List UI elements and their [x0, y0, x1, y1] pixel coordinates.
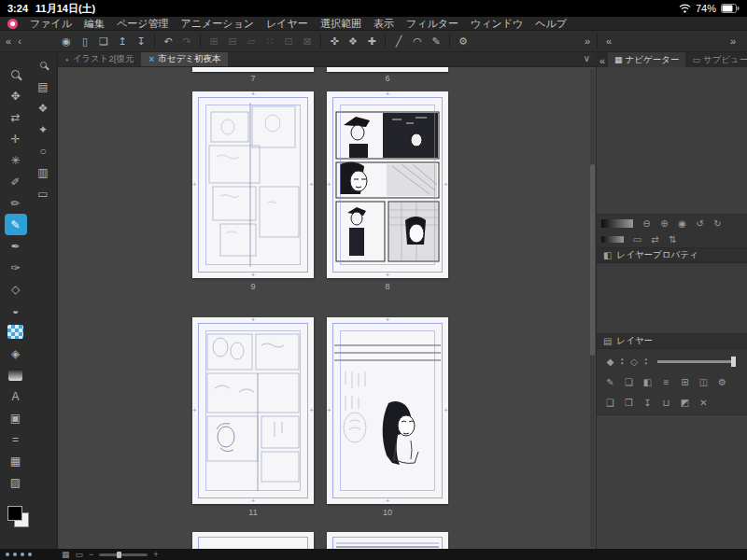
reset-zoom-icon[interactable]: ◉: [674, 217, 690, 231]
flip-vertical-icon[interactable]: ⇅: [665, 232, 681, 246]
layer-settings-icon[interactable]: ⚙: [714, 375, 730, 389]
new-layer-icon[interactable]: ❑: [602, 396, 618, 410]
close-tab-icon[interactable]: ×: [148, 54, 154, 64]
zoom-in-icon[interactable]: ⊕: [656, 217, 672, 231]
fit-screen-icon[interactable]: ▭: [629, 232, 645, 246]
tab-doujin-book[interactable]: × 市セデミ初夜本: [141, 52, 228, 66]
merge-layer-icon[interactable]: ⊔: [658, 396, 674, 410]
rotate-left-icon[interactable]: ↺: [692, 217, 708, 231]
layer-grid-icon[interactable]: ⊞: [677, 375, 693, 389]
panel-collapse-icon[interactable]: «: [603, 33, 614, 49]
fill-tool-icon[interactable]: ◈: [5, 343, 27, 364]
duplicate-layer-icon[interactable]: ❏: [621, 375, 637, 389]
crop-icon[interactable]: ⊡: [279, 33, 298, 49]
frame-border-tool-icon[interactable]: ▦: [5, 450, 27, 471]
pen-tool-icon[interactable]: ✒: [5, 235, 27, 257]
menu-view[interactable]: 表示: [374, 17, 394, 31]
tab-subview[interactable]: ▭ サブビュー: [685, 52, 747, 67]
collapse-toolbar-small-icon[interactable]: ‹: [14, 33, 25, 49]
stepper-arrows-icon[interactable]: ▴▾: [645, 357, 648, 366]
page-thumbnail-next-left[interactable]: [192, 532, 314, 549]
eyedropper-tool-icon[interactable]: ✐: [5, 171, 27, 192]
stepper-arrows-icon[interactable]: ▴▾: [621, 357, 624, 366]
zoom-tool-icon[interactable]: [5, 63, 27, 85]
page-thumbnail-9[interactable]: ++++: [192, 91, 314, 278]
mesh-icon[interactable]: ❖: [32, 97, 54, 119]
menu-edit[interactable]: 編集: [84, 17, 105, 31]
circle-icon[interactable]: ○: [32, 140, 54, 161]
tab-illustration2[interactable]: ● イラスト2[復元: [58, 52, 141, 66]
hand-tool-icon[interactable]: ✥: [5, 85, 27, 106]
gradient-tool-icon[interactable]: [5, 364, 27, 385]
rotate-right-icon[interactable]: ↻: [710, 217, 726, 231]
grid-view-icon[interactable]: ▦: [62, 551, 70, 559]
monitor-icon[interactable]: ▭: [32, 183, 54, 204]
page-thumbnail-11[interactable]: ++++: [192, 317, 314, 504]
zoom-out-icon[interactable]: ⊖: [639, 217, 655, 231]
single-view-icon[interactable]: ▭: [76, 551, 84, 559]
straight-line-icon[interactable]: ╱: [389, 33, 408, 49]
eraser-tool-icon[interactable]: ◇: [5, 278, 27, 300]
export-icon[interactable]: ↥: [113, 33, 132, 49]
page-thumbnail-7[interactable]: [192, 67, 314, 72]
page-thumbnail-6[interactable]: [327, 67, 448, 72]
dash-tool-icon[interactable]: =: [5, 428, 27, 450]
layer-list[interactable]: [597, 415, 747, 549]
flip-horizontal-icon[interactable]: ⇄: [647, 232, 663, 246]
mask-layer-icon[interactable]: ◩: [677, 396, 693, 410]
text-tool-icon[interactable]: A: [5, 385, 27, 407]
undo-icon[interactable]: ↶: [159, 33, 177, 49]
page-thumbnail-8[interactable]: ++++: [327, 91, 448, 278]
auto-select-tool-icon[interactable]: ✳: [5, 149, 27, 171]
subtool-zoom-icon[interactable]: [32, 54, 54, 76]
vertical-scrollbar[interactable]: [590, 69, 595, 547]
layer-property-header[interactable]: ◧ レイヤープロパティ: [597, 248, 747, 263]
tab-navigator[interactable]: ▦ ナビゲーター: [608, 52, 685, 67]
tab-overflow-chevron-icon[interactable]: ∨: [584, 53, 590, 63]
blend-mode-stepper[interactable]: ◆: [602, 355, 618, 369]
main-color-swatch[interactable]: [7, 506, 22, 521]
device-icon[interactable]: ▯: [76, 33, 94, 49]
redo-icon[interactable]: ↷: [177, 33, 196, 49]
new-folder-icon[interactable]: ❒: [621, 396, 637, 410]
page-thumbnail-10[interactable]: ++++: [327, 317, 448, 504]
curve-icon[interactable]: ◠: [408, 33, 427, 49]
move-tool-icon[interactable]: ✛: [5, 128, 27, 149]
snap-grid-icon[interactable]: ❖: [344, 33, 362, 49]
zoom-out-button[interactable]: −: [89, 551, 93, 559]
snap-ruler-icon[interactable]: ✜: [325, 33, 344, 49]
pages-icon[interactable]: ▥: [32, 161, 54, 183]
expand-toolbar-icon[interactable]: »: [578, 33, 597, 49]
mesh-transform-icon[interactable]: ∷: [261, 33, 279, 49]
thumbnail-zoom-slider-thumb[interactable]: [117, 552, 121, 558]
settings-gear-icon[interactable]: ⚙: [454, 33, 472, 49]
ruler-tool-icon[interactable]: ▨: [5, 471, 27, 493]
blend-tool-icon[interactable]: ◒: [5, 300, 27, 321]
menu-animation[interactable]: アニメーション: [181, 17, 255, 31]
layer-mask-icon[interactable]: ◧: [640, 375, 655, 389]
edit-layer-icon[interactable]: ✎: [602, 375, 618, 389]
open-file-icon[interactable]: ❏: [94, 33, 113, 49]
zoom-in-button[interactable]: +: [153, 551, 158, 559]
collapse-toolbar-icon[interactable]: «: [3, 33, 14, 49]
layer-stack-icon[interactable]: ▤: [32, 76, 54, 97]
skew-transform-icon[interactable]: ▱: [242, 33, 261, 49]
import-icon[interactable]: ↧: [132, 33, 150, 49]
delete-layer-icon[interactable]: ✕: [696, 396, 712, 410]
menu-file[interactable]: ファイル: [30, 17, 72, 31]
menu-filter[interactable]: フィルター: [406, 17, 458, 31]
opacity-slider[interactable]: [657, 360, 736, 363]
opacity-slider-thumb[interactable]: [731, 357, 736, 367]
flip-view-tool-icon[interactable]: ⇄: [5, 106, 27, 128]
menu-page-manage[interactable]: ページ管理: [117, 17, 169, 31]
menu-window[interactable]: ウィンドウ: [471, 17, 523, 31]
balloon-tool-icon[interactable]: ▣: [5, 407, 27, 428]
marker-tool-icon[interactable]: ✎: [5, 214, 27, 235]
effect-stepper[interactable]: ◇: [627, 355, 642, 369]
layer-list-icon[interactable]: ≡: [658, 375, 674, 389]
menu-help[interactable]: ヘルプ: [535, 17, 567, 31]
page-manager-viewport[interactable]: 7 6: [58, 67, 596, 549]
polygon-icon[interactable]: ✦: [32, 119, 54, 140]
scale-transform-icon[interactable]: ⊞: [204, 33, 223, 49]
pencil-tool-icon[interactable]: ✏: [5, 192, 27, 214]
